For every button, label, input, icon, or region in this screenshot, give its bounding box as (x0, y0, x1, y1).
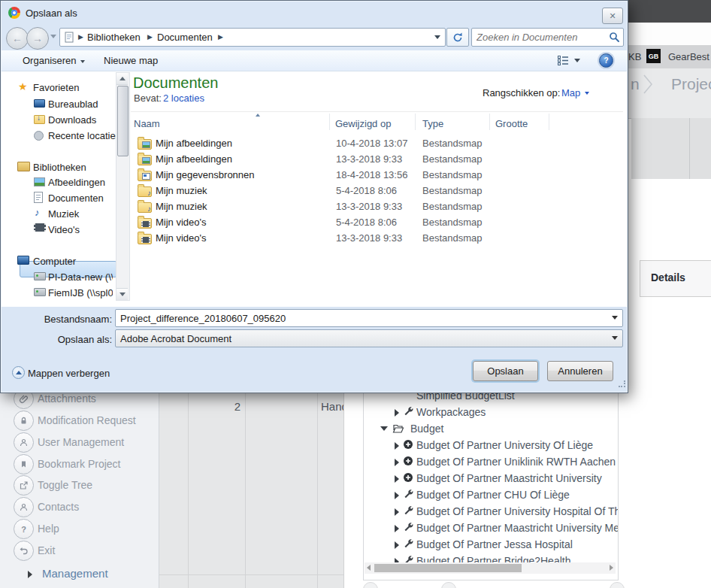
sidebar-item-user-management[interactable]: User Management (38, 436, 124, 448)
sidebar-item-documenten[interactable]: Documenten (48, 192, 104, 204)
breadcrumb-partial: n (631, 75, 640, 93)
column-header-gewijzigd[interactable]: Gewijzigd op (335, 118, 391, 129)
tree-item[interactable]: Budget Of Partner Jessa Hospital (364, 536, 616, 553)
tree-item[interactable]: Budget Of Partner Maastricht University … (364, 520, 616, 536)
breadcrumb-documenten[interactable]: Documenten (157, 32, 213, 43)
tree-item[interactable]: Budget Of Partner Uniklinik RWTH Aachen … (364, 453, 616, 470)
sidebar-group-computer[interactable]: Computer (33, 256, 76, 267)
file-row[interactable]: Mijn gegevensbronnen 18-4-2018 13:56 Bes… (131, 168, 623, 183)
address-bar[interactable]: ▶ Bibliotheken ▶ Documenten ▶ (59, 28, 446, 47)
sidebar-item-afbeeldingen[interactable]: Afbeeldingen (48, 177, 105, 188)
expander-icon[interactable] (395, 459, 399, 466)
file-row[interactable]: Mijn afbeeldingen 13-3-2018 9:33 Bestand… (131, 152, 623, 167)
tree-item[interactable]: Budget Of Partner University Of Liège (364, 437, 616, 453)
expander-icon[interactable] (395, 409, 399, 417)
file-row[interactable]: Mijn video's 5-4-2018 8:06 Bestandsmap (131, 215, 623, 230)
search-icon[interactable] (609, 32, 620, 43)
filename-field[interactable] (115, 309, 623, 327)
refresh-icon (452, 32, 464, 44)
gearbest-icon[interactable]: GB (646, 49, 661, 63)
sidebar-item-recente-locaties[interactable]: Recente locaties (48, 130, 120, 141)
expander-icon[interactable] (395, 442, 399, 450)
scroll-up-icon[interactable] (116, 73, 128, 85)
search-input[interactable] (472, 29, 604, 46)
tree-hscrollbar[interactable] (365, 562, 616, 574)
sidebar-group-favorieten[interactable]: Favorieten (33, 82, 79, 93)
close-button[interactable]: ✕ (602, 8, 623, 24)
refresh-button[interactable] (446, 28, 469, 47)
address-dropdown-icon[interactable] (434, 35, 440, 39)
breadcrumb-chevron-icon[interactable]: ▶ (147, 33, 153, 41)
expander-icon[interactable] (395, 541, 399, 549)
sidebar-item-management[interactable]: Management (42, 567, 108, 580)
view-options-icon[interactable] (558, 56, 570, 65)
sidebar-item-exit[interactable]: Exit (38, 544, 55, 556)
sidebar-item-videos[interactable]: Video's (48, 224, 80, 235)
sidebar-scroll-thumb[interactable] (117, 86, 129, 156)
sidebar-scrollbar[interactable] (116, 72, 130, 301)
expander-icon[interactable] (395, 525, 399, 532)
tree-item[interactable]: Workpackages (364, 404, 616, 420)
file-row[interactable]: ♪ Mijn muziek 5-4-2018 8:06 Bestandsmap (131, 183, 623, 199)
search-box[interactable] (471, 28, 624, 47)
filename-input[interactable] (116, 310, 627, 326)
arrange-value[interactable]: Map (561, 87, 580, 99)
resize-grip[interactable] (619, 380, 625, 387)
column-header-grootte[interactable]: Grootte (495, 118, 528, 129)
scroll-right-icon[interactable] (610, 565, 613, 571)
breadcrumb-current[interactable]: Project (671, 75, 711, 93)
organize-button[interactable]: Organiseren (23, 55, 85, 66)
sidebar-group-bibliotheken[interactable]: Bibliotheken (33, 162, 86, 173)
breadcrumb-chevron-icon[interactable]: ▶ (218, 33, 223, 41)
pictures-icon (34, 177, 45, 186)
sidebar-item-modification-request[interactable]: Modification Request (38, 414, 136, 426)
tree-item-budget[interactable]: Budget (364, 420, 616, 437)
save-button[interactable]: Opslaan (473, 361, 538, 381)
back-button[interactable]: ← (6, 27, 29, 50)
hide-folders-button[interactable] (12, 366, 25, 379)
column-header-type[interactable]: Type (422, 118, 443, 129)
view-dropdown-icon[interactable] (574, 59, 580, 62)
sidebar-item-bureaublad[interactable]: Bureaublad (48, 99, 98, 110)
recent-pages-icon[interactable] (50, 35, 56, 38)
file-row[interactable]: ♪ Mijn muziek 13-3-2018 9:33 Bestandsmap (131, 199, 623, 214)
expander-icon[interactable] (395, 492, 399, 499)
forward-button[interactable]: → (26, 27, 49, 50)
arrange-dropdown-icon[interactable] (585, 92, 589, 95)
tree-item[interactable]: Budget Of Partner University Hospital Of… (364, 503, 616, 520)
breadcrumb-chevron-icon[interactable]: ▶ (78, 33, 83, 41)
sidebar-item-muziek[interactable]: Muziek (48, 208, 79, 220)
sidebar-item-contacts[interactable]: Contacts (38, 501, 79, 513)
file-row[interactable]: Mijn afbeeldingen 10-4-2018 13:07 Bestan… (131, 136, 623, 151)
saveas-type-combo[interactable]: Adobe Acrobat Document (115, 329, 623, 347)
new-folder-button[interactable]: Nieuwe map (104, 55, 158, 66)
expander-open-icon[interactable] (380, 426, 388, 431)
tree-item[interactable]: Budget Of Partner CHU Of Liège (364, 486, 616, 503)
exit-icon (14, 541, 34, 561)
sidebar-item-toggle-tree[interactable]: Toggle Tree (38, 479, 92, 491)
hide-folders-label[interactable]: Mappen verbergen (28, 368, 110, 379)
sidebar-item-downloads[interactable]: Downloads (48, 114, 96, 126)
sidebar-item-attachments[interactable]: Attachments (38, 393, 96, 405)
sidebar-item-fiemijb[interactable]: FiemIJB (\\spl000 (48, 287, 113, 299)
cancel-button[interactable]: Annuleren (547, 361, 613, 381)
scroll-down-icon[interactable] (116, 288, 128, 300)
expander-icon[interactable] (395, 508, 399, 516)
saveas-dropdown-icon[interactable] (612, 336, 618, 340)
contains-link[interactable]: 2 locaties (163, 92, 204, 104)
file-row[interactable]: Mijn video's 13-3-2018 9:33 Bestandsmap (131, 231, 623, 246)
sidebar-item-pi-data-new[interactable]: PI-Data-new (\\S (48, 271, 113, 283)
sidebar-item-help[interactable]: Help (38, 523, 59, 535)
filename-dropdown-icon[interactable] (612, 316, 618, 320)
bookmark-kb[interactable]: KB (628, 51, 641, 62)
help-button[interactable]: ? (599, 53, 613, 68)
breadcrumb-bibliotheken[interactable]: Bibliotheken (87, 32, 141, 43)
management-expander-icon[interactable] (28, 571, 32, 578)
tree-item[interactable]: Budget Of Partner Maastricht University (364, 470, 616, 486)
sidebar-item-bookmark-project[interactable]: Bookmark Project (38, 458, 120, 470)
tree-hscroll-thumb[interactable] (374, 564, 522, 572)
bookmark-gearbest[interactable]: GearBest (668, 51, 709, 62)
expander-icon[interactable] (395, 475, 399, 483)
column-header-naam[interactable]: Naam (134, 118, 160, 129)
scroll-left-icon[interactable] (367, 565, 371, 571)
